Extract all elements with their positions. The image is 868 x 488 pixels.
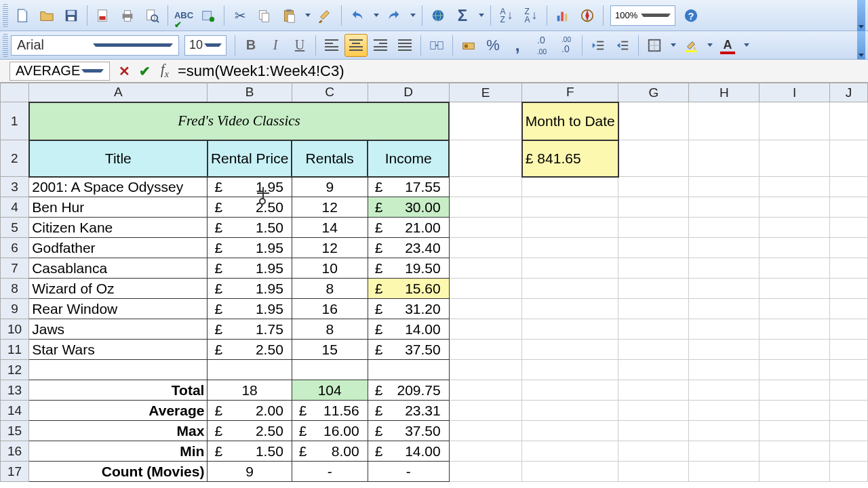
cell[interactable]: [618, 197, 689, 218]
cell[interactable]: [618, 279, 689, 299]
cell[interactable]: [689, 102, 760, 140]
cell-income[interactable]: £21.00: [368, 218, 449, 238]
stat-label[interactable]: Count (Movies): [29, 462, 208, 482]
cell[interactable]: [618, 319, 689, 340]
cell-rentals[interactable]: 10: [292, 258, 368, 279]
cell-stat[interactable]: £209.75: [368, 380, 449, 401]
cell[interactable]: [760, 102, 830, 140]
cell[interactable]: [689, 140, 760, 177]
cell-title[interactable]: 2001: A Space Odyssey: [29, 177, 208, 197]
cell[interactable]: [760, 279, 830, 299]
row-header[interactable]: 1: [1, 102, 29, 140]
cell[interactable]: [618, 340, 689, 360]
cell-title[interactable]: Wizard of Oz: [29, 279, 208, 299]
col-header[interactable]: E: [449, 83, 522, 102]
row-header[interactable]: 15: [1, 421, 29, 441]
cell-stat[interactable]: -: [292, 462, 368, 482]
cell[interactable]: [830, 421, 868, 441]
function-wizard-button[interactable]: fx: [155, 62, 175, 81]
formula-input[interactable]: [175, 62, 868, 81]
cell-stat[interactable]: £2.50: [208, 421, 292, 441]
cell[interactable]: [522, 177, 618, 197]
cell[interactable]: [689, 441, 760, 462]
hyperlink-button[interactable]: [427, 4, 450, 27]
cell[interactable]: [618, 401, 689, 421]
cell-income[interactable]: £31.20: [368, 299, 449, 319]
cell[interactable]: [449, 140, 522, 177]
cell[interactable]: [449, 102, 522, 140]
cell[interactable]: [689, 401, 760, 421]
cell[interactable]: [449, 360, 522, 380]
spreadsheet-grid[interactable]: A B C D E F G H I J 1 Fred's Video Class…: [0, 83, 868, 482]
cell-title[interactable]: Casablanca: [29, 258, 208, 279]
header-rental-price[interactable]: Rental Price: [208, 140, 292, 177]
cell[interactable]: [449, 380, 522, 401]
cell[interactable]: [522, 380, 618, 401]
cell[interactable]: [689, 340, 760, 360]
cell[interactable]: [522, 299, 618, 319]
stat-label[interactable]: Average: [29, 401, 208, 421]
align-left-button[interactable]: [320, 34, 343, 57]
merge-cells-button[interactable]: [425, 34, 448, 57]
cell[interactable]: [830, 258, 868, 279]
sort-desc-button[interactable]: ZA↓: [519, 4, 542, 27]
cell[interactable]: [830, 462, 868, 482]
autosum-dropdown[interactable]: [475, 4, 486, 27]
cell-stat[interactable]: 9: [208, 462, 292, 482]
col-header[interactable]: J: [830, 83, 868, 102]
cell[interactable]: [760, 238, 830, 258]
underline-button[interactable]: U: [288, 34, 311, 57]
row-header[interactable]: 2: [1, 140, 29, 177]
col-header[interactable]: C: [292, 83, 368, 102]
cell[interactable]: [618, 441, 689, 462]
row-header[interactable]: 13: [1, 380, 29, 401]
row-header[interactable]: 9: [1, 299, 29, 319]
cell[interactable]: [830, 360, 868, 380]
cell[interactable]: [368, 360, 449, 380]
cell-income[interactable]: £15.60: [368, 279, 449, 299]
new-doc-button[interactable]: [11, 4, 34, 27]
cell[interactable]: [830, 380, 868, 401]
row-header[interactable]: 11: [1, 340, 29, 360]
navigator-button[interactable]: [576, 4, 599, 27]
cell-price[interactable]: £2.50: [208, 340, 292, 360]
cell[interactable]: [449, 421, 522, 441]
cell[interactable]: [618, 177, 689, 197]
cell-rentals[interactable]: 16: [292, 299, 368, 319]
cell-stat[interactable]: 104: [292, 380, 368, 401]
cell-title[interactable]: Jaws: [29, 319, 208, 340]
cell[interactable]: [522, 197, 618, 218]
cell[interactable]: [449, 441, 522, 462]
row-header[interactable]: 4: [1, 197, 29, 218]
cell-title[interactable]: Rear Window: [29, 299, 208, 319]
title-merged-cell[interactable]: Fred's Video Classics: [29, 102, 450, 140]
row-header[interactable]: 14: [1, 401, 29, 421]
cell[interactable]: [760, 421, 830, 441]
cell-rentals[interactable]: 8: [292, 319, 368, 340]
stat-label[interactable]: Min: [29, 441, 208, 462]
cell-stat[interactable]: 18: [208, 380, 292, 401]
cell[interactable]: [830, 197, 868, 218]
cell[interactable]: [760, 380, 830, 401]
cell[interactable]: [760, 340, 830, 360]
cell-rentals[interactable]: 9: [292, 177, 368, 197]
cut-button[interactable]: ✂: [229, 4, 252, 27]
fill-color-dropdown[interactable]: [704, 34, 715, 57]
row-header[interactable]: 5: [1, 218, 29, 238]
currency-button[interactable]: [457, 34, 480, 57]
row-header[interactable]: 8: [1, 279, 29, 299]
cell[interactable]: [830, 177, 868, 197]
cell[interactable]: [689, 421, 760, 441]
cell[interactable]: [522, 360, 618, 380]
cell[interactable]: [760, 197, 830, 218]
redo-dropdown[interactable]: [407, 4, 418, 27]
cell-title[interactable]: Star Wars: [29, 340, 208, 360]
toolbar-overflow-2[interactable]: [857, 31, 865, 60]
cell[interactable]: [618, 360, 689, 380]
copy-button[interactable]: [253, 4, 276, 27]
cell[interactable]: [449, 197, 522, 218]
cell-price[interactable]: £2.50: [208, 197, 292, 218]
font-name-combo[interactable]: Arial: [11, 35, 179, 56]
formula-accept-button[interactable]: ✔: [134, 62, 155, 81]
row-header[interactable]: 7: [1, 258, 29, 279]
